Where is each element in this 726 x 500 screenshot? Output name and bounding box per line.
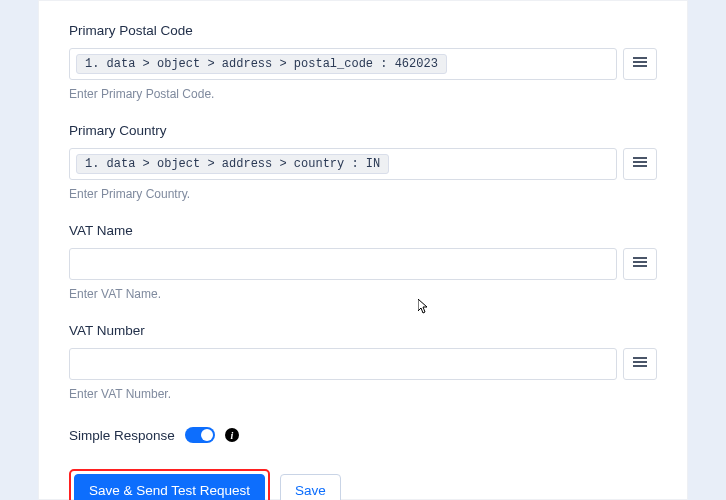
mapping-pill[interactable]: 1. data > object > address > postal_code… bbox=[76, 54, 447, 74]
svg-rect-7 bbox=[633, 261, 647, 263]
menu-button-vat-name[interactable] bbox=[623, 248, 657, 280]
vat-name-input[interactable] bbox=[69, 248, 617, 280]
label-primary-postal-code: Primary Postal Code bbox=[69, 23, 657, 38]
form-panel: Primary Postal Code 1. data > object > a… bbox=[38, 0, 688, 500]
mapping-pill[interactable]: 1. data > object > address > country : I… bbox=[76, 154, 389, 174]
primary-postal-code-input[interactable]: 1. data > object > address > postal_code… bbox=[69, 48, 617, 80]
menu-icon bbox=[632, 154, 648, 174]
menu-icon bbox=[632, 254, 648, 274]
menu-icon bbox=[632, 354, 648, 374]
svg-rect-1 bbox=[633, 61, 647, 63]
svg-rect-5 bbox=[633, 165, 647, 167]
form-group-primary-country: Primary Country 1. data > object > addre… bbox=[69, 123, 657, 201]
form-group-vat-name: VAT Name Enter VAT Name. bbox=[69, 223, 657, 301]
svg-rect-3 bbox=[633, 157, 647, 159]
info-icon[interactable]: i bbox=[225, 428, 239, 442]
svg-rect-9 bbox=[633, 357, 647, 359]
menu-button-primary-postal-code[interactable] bbox=[623, 48, 657, 80]
simple-response-toggle[interactable] bbox=[185, 427, 215, 443]
svg-rect-4 bbox=[633, 161, 647, 163]
svg-rect-10 bbox=[633, 361, 647, 363]
highlight-primary-button: Save & Send Test Request bbox=[69, 469, 270, 500]
help-text-vat-name: Enter VAT Name. bbox=[69, 287, 657, 301]
vat-number-input[interactable] bbox=[69, 348, 617, 380]
help-text-primary-country: Enter Primary Country. bbox=[69, 187, 657, 201]
input-row: 1. data > object > address > country : I… bbox=[69, 148, 657, 180]
svg-rect-2 bbox=[633, 65, 647, 67]
toggle-row-simple-response: Simple Response i bbox=[69, 427, 657, 443]
toggle-knob bbox=[201, 429, 213, 441]
button-row: Save & Send Test Request Save bbox=[69, 469, 657, 500]
save-send-test-request-button[interactable]: Save & Send Test Request bbox=[74, 474, 265, 500]
menu-button-vat-number[interactable] bbox=[623, 348, 657, 380]
help-text-vat-number: Enter VAT Number. bbox=[69, 387, 657, 401]
form-group-vat-number: VAT Number Enter VAT Number. bbox=[69, 323, 657, 401]
menu-button-primary-country[interactable] bbox=[623, 148, 657, 180]
label-vat-number: VAT Number bbox=[69, 323, 657, 338]
primary-country-input[interactable]: 1. data > object > address > country : I… bbox=[69, 148, 617, 180]
form-group-primary-postal-code: Primary Postal Code 1. data > object > a… bbox=[69, 23, 657, 101]
svg-rect-11 bbox=[633, 365, 647, 367]
input-row: 1. data > object > address > postal_code… bbox=[69, 48, 657, 80]
input-row bbox=[69, 248, 657, 280]
label-vat-name: VAT Name bbox=[69, 223, 657, 238]
svg-rect-0 bbox=[633, 57, 647, 59]
svg-rect-6 bbox=[633, 257, 647, 259]
label-primary-country: Primary Country bbox=[69, 123, 657, 138]
help-text-primary-postal-code: Enter Primary Postal Code. bbox=[69, 87, 657, 101]
input-row bbox=[69, 348, 657, 380]
save-button[interactable]: Save bbox=[280, 474, 341, 500]
toggle-label-simple-response: Simple Response bbox=[69, 428, 175, 443]
menu-icon bbox=[632, 54, 648, 74]
svg-rect-8 bbox=[633, 265, 647, 267]
